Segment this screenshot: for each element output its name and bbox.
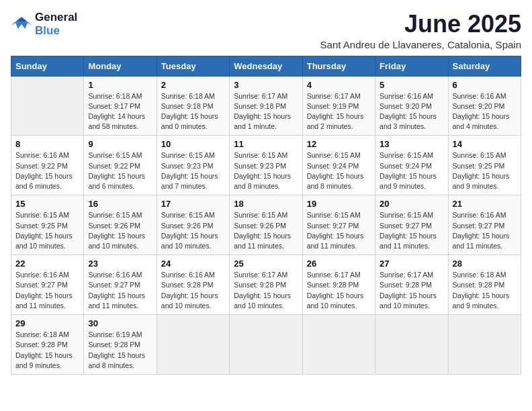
day-number: 30 [88,318,152,328]
day-info: Sunrise: 6:17 AMSunset: 9:28 PMDaylight:… [307,270,371,311]
calendar-cell: 18Sunrise: 6:15 AMSunset: 9:26 PMDayligh… [230,195,302,255]
calendar-cell: 25Sunrise: 6:17 AMSunset: 9:28 PMDayligh… [230,255,302,315]
day-info: Sunrise: 6:15 AMSunset: 9:23 PMDaylight:… [161,150,225,191]
day-number: 18 [234,199,298,209]
day-number: 2 [161,80,225,90]
day-info: Sunrise: 6:15 AMSunset: 9:25 PMDaylight:… [453,150,517,191]
calendar-cell: 11Sunrise: 6:15 AMSunset: 9:23 PMDayligh… [230,136,302,195]
day-info: Sunrise: 6:15 AMSunset: 9:26 PMDaylight:… [161,210,225,251]
day-info: Sunrise: 6:19 AMSunset: 9:28 PMDaylight:… [88,330,152,371]
day-number: 28 [453,259,517,269]
day-number: 13 [380,139,443,149]
col-header-saturday: Saturday [448,56,521,76]
day-info: Sunrise: 6:16 AMSunset: 9:28 PMDaylight:… [161,270,225,311]
col-header-tuesday: Tuesday [157,56,229,76]
day-info: Sunrise: 6:16 AMSunset: 9:27 PMDaylight:… [15,270,79,311]
day-number: 22 [15,259,79,269]
col-header-thursday: Thursday [302,56,375,76]
day-info: Sunrise: 6:15 AMSunset: 9:24 PMDaylight:… [380,150,443,191]
calendar-week-row: 22Sunrise: 6:16 AMSunset: 9:27 PMDayligh… [11,255,521,315]
day-info: Sunrise: 6:16 AMSunset: 9:22 PMDaylight:… [15,150,79,191]
calendar-cell [302,315,375,375]
day-number: 6 [453,80,517,90]
location-subtitle: Sant Andreu de Llavaneres, Catalonia, Sp… [320,39,521,50]
month-title: June 2025 [320,11,521,38]
calendar-cell: 4Sunrise: 6:17 AMSunset: 9:19 PMDaylight… [302,76,375,136]
logo-icon [11,15,32,34]
day-number: 16 [88,199,152,209]
day-number: 12 [307,139,371,149]
day-number: 19 [307,199,371,209]
day-info: Sunrise: 6:16 AMSunset: 9:20 PMDaylight:… [380,91,443,132]
calendar-cell: 5Sunrise: 6:16 AMSunset: 9:20 PMDaylight… [375,76,448,136]
calendar-week-row: 15Sunrise: 6:15 AMSunset: 9:25 PMDayligh… [11,195,521,255]
calendar-cell: 10Sunrise: 6:15 AMSunset: 9:23 PMDayligh… [157,136,229,195]
day-number: 8 [15,139,79,149]
calendar-week-row: 29Sunrise: 6:18 AMSunset: 9:28 PMDayligh… [11,315,521,375]
calendar-cell: 17Sunrise: 6:15 AMSunset: 9:26 PMDayligh… [157,195,229,255]
day-info: Sunrise: 6:15 AMSunset: 9:26 PMDaylight:… [234,210,298,251]
day-number: 17 [161,199,225,209]
day-info: Sunrise: 6:15 AMSunset: 9:23 PMDaylight:… [234,150,298,191]
calendar-cell: 27Sunrise: 6:17 AMSunset: 9:28 PMDayligh… [375,255,448,315]
calendar-cell: 30Sunrise: 6:19 AMSunset: 9:28 PMDayligh… [84,315,157,375]
calendar-cell: 23Sunrise: 6:16 AMSunset: 9:27 PMDayligh… [84,255,157,315]
col-header-friday: Friday [375,56,448,76]
day-number: 3 [234,80,298,90]
day-info: Sunrise: 6:18 AMSunset: 9:28 PMDaylight:… [15,330,79,371]
day-info: Sunrise: 6:18 AMSunset: 9:18 PMDaylight:… [161,91,225,132]
calendar-cell: 20Sunrise: 6:15 AMSunset: 9:27 PMDayligh… [375,195,448,255]
day-number: 29 [15,318,79,328]
day-number: 9 [88,139,152,149]
calendar-cell: 16Sunrise: 6:15 AMSunset: 9:26 PMDayligh… [84,195,157,255]
day-info: Sunrise: 6:17 AMSunset: 9:28 PMDaylight:… [380,270,443,311]
day-number: 25 [234,259,298,269]
calendar-cell [230,315,302,375]
day-number: 24 [161,259,225,269]
calendar-cell: 29Sunrise: 6:18 AMSunset: 9:28 PMDayligh… [11,315,84,375]
day-number: 11 [234,139,298,149]
logo: General Blue [11,11,77,38]
calendar-cell [375,315,448,375]
col-header-sunday: Sunday [11,56,84,76]
calendar-cell: 2Sunrise: 6:18 AMSunset: 9:18 PMDaylight… [157,76,229,136]
calendar-week-row: 8Sunrise: 6:16 AMSunset: 9:22 PMDaylight… [11,136,521,195]
day-info: Sunrise: 6:15 AMSunset: 9:24 PMDaylight:… [307,150,371,191]
day-info: Sunrise: 6:15 AMSunset: 9:26 PMDaylight:… [88,210,152,251]
logo-text: General Blue [35,11,77,38]
calendar-cell: 24Sunrise: 6:16 AMSunset: 9:28 PMDayligh… [157,255,229,315]
day-number: 1 [88,80,152,90]
day-number: 26 [307,259,371,269]
day-info: Sunrise: 6:16 AMSunset: 9:27 PMDaylight:… [88,270,152,311]
calendar-cell: 26Sunrise: 6:17 AMSunset: 9:28 PMDayligh… [302,255,375,315]
day-number: 23 [88,259,152,269]
day-info: Sunrise: 6:17 AMSunset: 9:19 PMDaylight:… [307,91,371,132]
day-number: 15 [15,199,79,209]
day-info: Sunrise: 6:18 AMSunset: 9:17 PMDaylight:… [88,91,152,132]
calendar-cell: 15Sunrise: 6:15 AMSunset: 9:25 PMDayligh… [11,195,84,255]
day-number: 27 [380,259,443,269]
day-info: Sunrise: 6:15 AMSunset: 9:22 PMDaylight:… [88,150,152,191]
calendar-cell: 19Sunrise: 6:15 AMSunset: 9:27 PMDayligh… [302,195,375,255]
calendar-cell: 21Sunrise: 6:16 AMSunset: 9:27 PMDayligh… [448,195,521,255]
day-number: 14 [453,139,517,149]
calendar-cell [11,76,84,136]
day-info: Sunrise: 6:17 AMSunset: 9:28 PMDaylight:… [234,270,298,311]
calendar-cell: 13Sunrise: 6:15 AMSunset: 9:24 PMDayligh… [375,136,448,195]
day-number: 4 [307,80,371,90]
calendar-cell [157,315,229,375]
day-number: 20 [380,199,443,209]
calendar-header-row: SundayMondayTuesdayWednesdayThursdayFrid… [11,56,521,76]
calendar-cell: 6Sunrise: 6:16 AMSunset: 9:20 PMDaylight… [448,76,521,136]
calendar-cell: 28Sunrise: 6:18 AMSunset: 9:28 PMDayligh… [448,255,521,315]
day-number: 10 [161,139,225,149]
day-number: 21 [453,199,517,209]
col-header-wednesday: Wednesday [230,56,302,76]
page-header: General Blue June 2025 Sant Andreu de Ll… [11,11,521,50]
calendar-table: SundayMondayTuesdayWednesdayThursdayFrid… [11,56,521,375]
day-info: Sunrise: 6:15 AMSunset: 9:27 PMDaylight:… [380,210,443,251]
day-info: Sunrise: 6:15 AMSunset: 9:27 PMDaylight:… [307,210,371,251]
calendar-cell: 1Sunrise: 6:18 AMSunset: 9:17 PMDaylight… [84,76,157,136]
calendar-cell [448,315,521,375]
calendar-cell: 12Sunrise: 6:15 AMSunset: 9:24 PMDayligh… [302,136,375,195]
